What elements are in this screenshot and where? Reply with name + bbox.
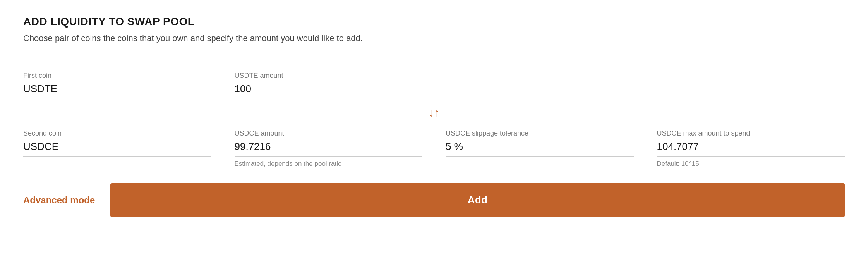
first-coin-value: USDTE <box>23 83 211 99</box>
max-amount-note: Default: 10^15 <box>657 160 845 168</box>
slippage-value: 5 % <box>446 141 634 157</box>
page-container: ADD LIQUIDITY TO SWAP POOL Choose pair o… <box>0 0 868 232</box>
usdce-amount-value: 99.7216 <box>235 141 423 157</box>
max-amount-label: USDCE max amount to spend <box>657 129 845 138</box>
max-amount-group: USDCE max amount to spend 104.7077 Defau… <box>657 129 845 168</box>
advanced-mode-button[interactable]: Advanced mode <box>23 195 95 206</box>
usdce-amount-note: Estimated, depends on the pool ratio <box>235 160 423 168</box>
top-fields-row: First coin USDTE USDTE amount 100 <box>23 72 845 99</box>
page-title: ADD LIQUIDITY TO SWAP POOL <box>23 15 845 28</box>
usdte-amount-value: 100 <box>235 83 423 99</box>
second-coin-label: Second coin <box>23 129 211 138</box>
usdte-amount-group: USDTE amount 100 <box>235 72 423 99</box>
slippage-label: USDCE slippage tolerance <box>446 129 634 138</box>
max-amount-value: 104.7077 <box>657 141 845 157</box>
first-coin-label: First coin <box>23 72 211 80</box>
action-row: Advanced mode Add <box>23 183 845 217</box>
swap-line-right <box>448 113 845 113</box>
first-coin-group: First coin USDTE <box>23 72 211 99</box>
usdte-amount-label: USDTE amount <box>235 72 423 80</box>
bottom-fields-row: Second coin USDCE USDCE amount 99.7216 E… <box>23 129 845 168</box>
usdce-amount-group: USDCE amount 99.7216 Estimated, depends … <box>235 129 423 168</box>
add-button[interactable]: Add <box>110 183 845 217</box>
swap-divider-row: ↓↑ <box>23 107 845 119</box>
page-subtitle: Choose pair of coins the coins that you … <box>23 33 845 43</box>
second-coin-value: USDCE <box>23 141 211 157</box>
top-divider <box>23 59 845 59</box>
slippage-group: USDCE slippage tolerance 5 % <box>446 129 634 157</box>
swap-icon[interactable]: ↓↑ <box>420 107 448 119</box>
second-coin-group: Second coin USDCE <box>23 129 211 157</box>
usdce-amount-label: USDCE amount <box>235 129 423 138</box>
swap-line-left <box>23 113 420 113</box>
